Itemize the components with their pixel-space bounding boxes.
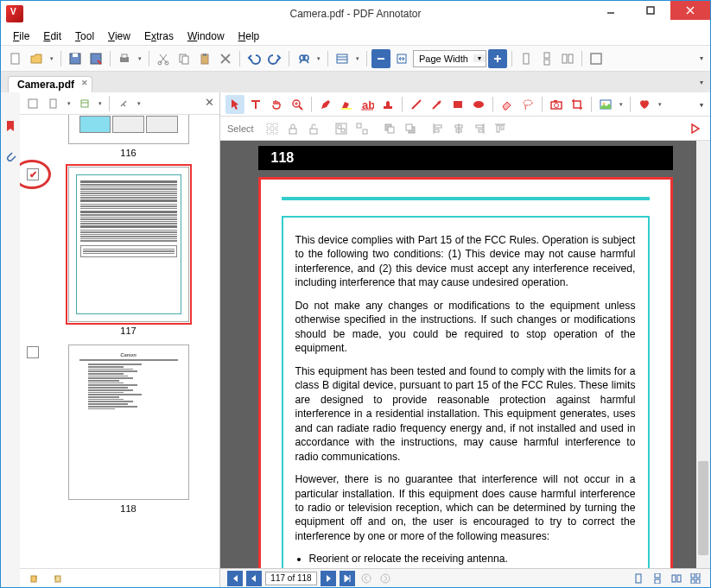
thumb-page-118[interactable]: Canon xyxy=(68,345,189,500)
arrow-tool[interactable] xyxy=(428,95,447,114)
new-page-dropdown[interactable] xyxy=(65,100,73,107)
select-all-checkbox[interactable] xyxy=(23,94,42,113)
rectangle-tool[interactable] xyxy=(448,95,467,114)
thumb-rotate-left[interactable] xyxy=(25,569,44,588)
crop-tool[interactable] xyxy=(568,95,587,114)
open-dropdown[interactable] xyxy=(48,55,56,62)
send-back-button[interactable] xyxy=(401,119,420,138)
menu-file[interactable]: File xyxy=(6,28,36,44)
maximize-button[interactable] xyxy=(631,1,670,20)
thumb-checkbox-118[interactable] xyxy=(27,346,39,358)
zoom-dropdown[interactable]: ▾ xyxy=(473,54,486,62)
group-button[interactable] xyxy=(332,119,351,138)
two-page-button[interactable] xyxy=(558,49,577,68)
pan-tool[interactable] xyxy=(267,95,286,114)
last-page-button[interactable] xyxy=(340,571,355,586)
vertical-scrollbar[interactable] xyxy=(696,141,710,568)
undo-button[interactable] xyxy=(244,49,263,68)
menu-window[interactable]: Window xyxy=(181,28,232,44)
first-page-button[interactable] xyxy=(227,571,243,586)
align-top-button[interactable] xyxy=(491,119,510,138)
highlighter-tool[interactable] xyxy=(337,95,356,114)
next-page-button[interactable] xyxy=(321,571,336,586)
menu-edit[interactable]: Edit xyxy=(36,28,68,44)
eraser-tool[interactable] xyxy=(498,95,517,114)
align-center-button[interactable] xyxy=(449,119,468,138)
expand-tool-button[interactable] xyxy=(686,119,705,138)
ungroup-button[interactable] xyxy=(352,119,371,138)
print-dropdown[interactable] xyxy=(136,55,144,62)
new-doc-button[interactable] xyxy=(6,49,25,68)
layout-continuous-button[interactable] xyxy=(650,571,665,586)
menu-tool[interactable]: Tool xyxy=(68,28,101,44)
image-tool[interactable] xyxy=(596,95,615,114)
redo-button[interactable] xyxy=(265,49,284,68)
thumb-page-117[interactable] xyxy=(68,167,189,322)
menu-view[interactable]: View xyxy=(101,28,137,44)
menu-extras[interactable]: Extras xyxy=(137,28,181,44)
minimize-button[interactable] xyxy=(591,1,631,20)
menu-help[interactable]: Help xyxy=(232,28,267,44)
toolbar-overflow[interactable] xyxy=(695,49,708,66)
text-tool[interactable]: ab xyxy=(358,95,377,114)
settings-dropdown[interactable] xyxy=(135,100,143,107)
close-button[interactable] xyxy=(670,1,710,20)
lock-button[interactable] xyxy=(283,119,302,138)
bookmark-view-button[interactable] xyxy=(75,94,94,113)
thumbnail-117[interactable]: 117 xyxy=(27,167,213,336)
stamp-tool[interactable] xyxy=(378,95,397,114)
new-page-button[interactable] xyxy=(44,94,63,113)
thumb-rotate-right[interactable] xyxy=(48,569,67,588)
thumbnail-118[interactable]: Canon xyxy=(27,345,213,514)
favorite-tool[interactable] xyxy=(635,95,654,114)
prev-page-button[interactable] xyxy=(246,571,262,586)
find-dropdown[interactable] xyxy=(314,55,323,62)
text-select-tool[interactable] xyxy=(246,95,265,114)
thumb-checkbox-117[interactable] xyxy=(27,168,39,180)
fit-width-button[interactable] xyxy=(392,49,411,68)
single-page-button[interactable] xyxy=(517,49,536,68)
settings-button[interactable] xyxy=(114,94,133,113)
favorite-dropdown[interactable] xyxy=(656,101,664,108)
document-scroll[interactable]: 118 This device complies with Part 15 of… xyxy=(220,141,710,568)
tab-camera[interactable]: Camera.pdf ✕ xyxy=(8,76,92,92)
thumbnail-scroll[interactable]: 116 xyxy=(20,115,219,568)
save-button[interactable] xyxy=(66,49,85,68)
thumbnail-116[interactable]: 116 xyxy=(27,115,213,158)
find-button[interactable] xyxy=(294,49,313,68)
copy-button[interactable] xyxy=(175,49,194,68)
cut-button[interactable] xyxy=(154,49,173,68)
zoom-out-button[interactable] xyxy=(371,49,390,68)
pen-tool[interactable] xyxy=(316,95,335,114)
back-nav-button[interactable] xyxy=(359,571,374,586)
layout-facing-cont-button[interactable] xyxy=(688,571,703,586)
bookmark-view-dropdown[interactable] xyxy=(96,100,105,107)
select-all-obj-button[interactable] xyxy=(263,119,282,138)
open-button[interactable] xyxy=(27,49,46,68)
paste-button[interactable] xyxy=(195,49,214,68)
layout-single-button[interactable] xyxy=(631,571,646,586)
save-as-button[interactable] xyxy=(86,49,105,68)
bring-front-button[interactable] xyxy=(380,119,399,138)
pointer-tool[interactable] xyxy=(225,95,244,114)
tabstrip-overflow[interactable] xyxy=(695,73,708,91)
align-right-button[interactable] xyxy=(470,119,489,138)
close-thumbnails-button[interactable]: ✕ xyxy=(205,96,214,109)
zoom-combo[interactable]: Page Width ▾ xyxy=(413,50,486,67)
ellipse-tool[interactable] xyxy=(469,95,488,114)
sidetab-bookmarks[interactable] xyxy=(3,118,18,134)
layout-facing-button[interactable] xyxy=(669,571,684,586)
unlock-button[interactable] xyxy=(304,119,323,138)
zoom-in-button[interactable] xyxy=(488,49,507,68)
snapshot-tool[interactable] xyxy=(547,95,566,114)
delete-button[interactable] xyxy=(216,49,235,68)
print-button[interactable] xyxy=(115,49,134,68)
align-left-button[interactable] xyxy=(429,119,448,138)
sidetab-attachments[interactable] xyxy=(3,149,18,165)
forward-nav-button[interactable] xyxy=(378,571,393,586)
zoom-tool[interactable] xyxy=(288,95,307,114)
sidebar-toggle-button[interactable] xyxy=(333,49,352,68)
anno-toolbar2-overflow[interactable] xyxy=(695,96,708,113)
line-tool[interactable] xyxy=(407,95,426,114)
scrollbar-thumb[interactable] xyxy=(698,461,708,555)
